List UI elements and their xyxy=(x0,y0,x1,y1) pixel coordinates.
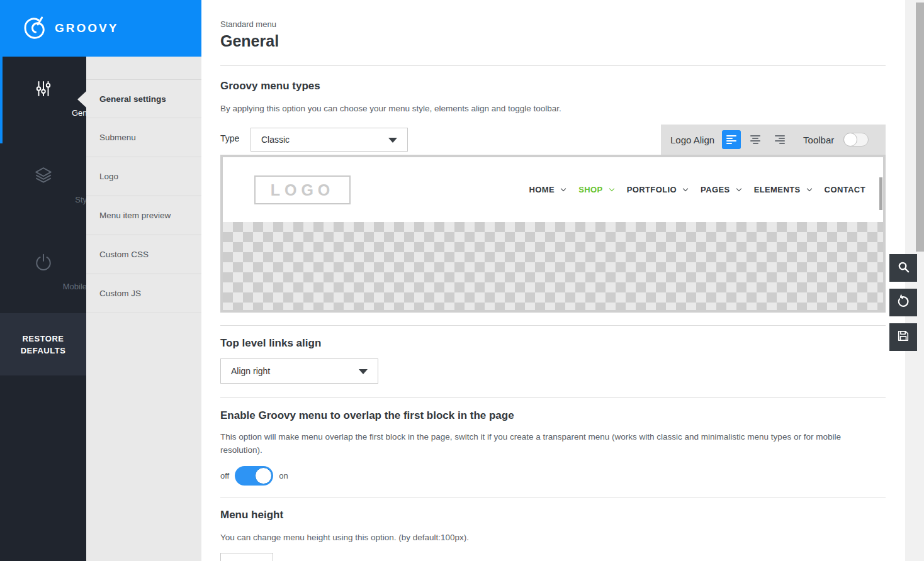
menu-type-select[interactable]: Classic xyxy=(251,128,408,152)
section-title-menu-height: Menu height xyxy=(220,509,283,521)
menu-height-input[interactable] xyxy=(220,553,273,561)
preview-menu-item-contact[interactable]: CONTACT xyxy=(825,185,865,194)
preview-menu-item-pages[interactable]: PAGES xyxy=(701,185,741,194)
sidebar-item-styles[interactable]: Styles xyxy=(0,143,86,230)
chevron-down-icon xyxy=(388,138,397,143)
search-icon xyxy=(897,260,910,276)
preview-menu-item-home[interactable]: HOME xyxy=(529,185,566,194)
links-align-select[interactable]: Align right xyxy=(220,358,378,384)
submenu-item-menu-item-preview[interactable]: Menu item preview xyxy=(86,196,201,235)
type-label: Type xyxy=(220,133,239,143)
chevron-down-icon xyxy=(359,369,368,374)
preview-menubar: LOGO HOME SHOP PORTFOLIO PAGES ELEMENTS xyxy=(223,157,883,222)
chevron-down-icon xyxy=(806,186,811,191)
overlap-toggle[interactable] xyxy=(235,466,273,486)
groovy-spiral-logo-icon xyxy=(21,15,47,42)
submenu-item-submenu[interactable]: Submenu xyxy=(86,118,201,157)
logo-align-left-button[interactable] xyxy=(722,130,741,149)
sidebar-item-general[interactable]: General xyxy=(0,57,86,143)
active-indicator xyxy=(0,57,3,143)
overlap-toggle-row: off on xyxy=(220,466,288,486)
preview-logo-placeholder: LOGO xyxy=(254,175,351,204)
floating-actions xyxy=(889,254,917,358)
breadcrumb: Standard menu xyxy=(220,19,276,29)
sliders-icon xyxy=(0,79,86,98)
chevron-down-icon xyxy=(561,186,566,191)
align-right-icon xyxy=(774,135,785,144)
links-align-value: Align right xyxy=(231,366,270,376)
preview-search-button[interactable] xyxy=(889,254,917,282)
logo-align-right-button[interactable] xyxy=(770,130,789,149)
save-button[interactable] xyxy=(889,323,917,351)
menu-preview: LOGO HOME SHOP PORTFOLIO PAGES ELEMENTS xyxy=(220,155,886,313)
section-description: By applying this option you can choose y… xyxy=(220,102,878,115)
toggle-off-label: off xyxy=(220,471,229,480)
preview-menu-item-shop[interactable]: SHOP xyxy=(578,185,613,194)
active-section-arrow xyxy=(77,91,86,108)
preview-scrollbar-thumb[interactable] xyxy=(879,177,882,210)
restore-button[interactable] xyxy=(889,289,917,316)
logo-align-toolbar: Logo Align Toolbar xyxy=(661,125,886,155)
logo-align-center-button[interactable] xyxy=(746,130,765,149)
page-title: General xyxy=(220,32,279,50)
divider xyxy=(220,397,886,398)
divider xyxy=(220,65,886,66)
preview-nav: HOME SHOP PORTFOLIO PAGES ELEMENTS CONTA… xyxy=(529,157,865,222)
section-title-overlap: Enable Groovy menu to overlap the first … xyxy=(220,409,514,422)
submenu-item-custom-css[interactable]: Custom CSS xyxy=(86,235,201,274)
preview-menu-item-portfolio[interactable]: PORTFOLIO xyxy=(627,185,687,194)
app-title: GROOVY xyxy=(55,21,118,35)
align-center-icon xyxy=(750,135,761,144)
submenu-item-custom-js[interactable]: Custom JS xyxy=(86,274,201,313)
logo-align-label: Logo Align xyxy=(670,135,714,145)
chevron-down-icon xyxy=(736,186,741,191)
overlap-description: This option will make menu overlap the f… xyxy=(220,430,878,457)
restore-defaults-button[interactable]: RESTORE DEFAULTS xyxy=(0,313,86,375)
chevron-down-icon xyxy=(609,186,614,191)
restore-icon xyxy=(896,294,910,311)
divider xyxy=(220,325,886,326)
toolbar-label: Toolbar xyxy=(803,135,834,145)
preview-menu-item-elements[interactable]: ELEMENTS xyxy=(754,185,811,194)
page-scrollbar-thumb[interactable] xyxy=(916,3,924,252)
settings-submenu: General settings Submenu Logo Menu item … xyxy=(86,57,201,561)
submenu-item-logo[interactable]: Logo xyxy=(86,157,201,196)
toolbar-toggle[interactable] xyxy=(843,133,869,147)
align-left-icon xyxy=(726,135,737,144)
menu-height-description: You can change menu height using this op… xyxy=(220,531,878,544)
toggle-knob xyxy=(843,133,857,147)
transparency-checkerboard xyxy=(223,222,883,310)
section-title-links-align: Top level links align xyxy=(220,337,321,350)
menu-type-value: Classic xyxy=(261,135,290,145)
toggle-knob xyxy=(255,467,272,484)
section-title-menu-types: Groovy menu types xyxy=(220,80,320,92)
brand-header: GROOVY xyxy=(0,0,201,57)
save-icon xyxy=(897,330,910,345)
main-content: Standard menu General Groovy menu types … xyxy=(201,0,924,561)
primary-sidebar: General Styles Mobile menu RESTORE DEFAU… xyxy=(0,57,86,561)
toggle-on-label: on xyxy=(279,471,288,480)
divider xyxy=(220,497,886,497)
chevron-down-icon xyxy=(683,186,688,191)
power-icon xyxy=(0,253,86,272)
sidebar-item-mobile-menu[interactable]: Mobile menu xyxy=(0,230,86,317)
submenu-item-general-settings[interactable]: General settings xyxy=(86,79,201,118)
layers-icon xyxy=(0,166,86,185)
